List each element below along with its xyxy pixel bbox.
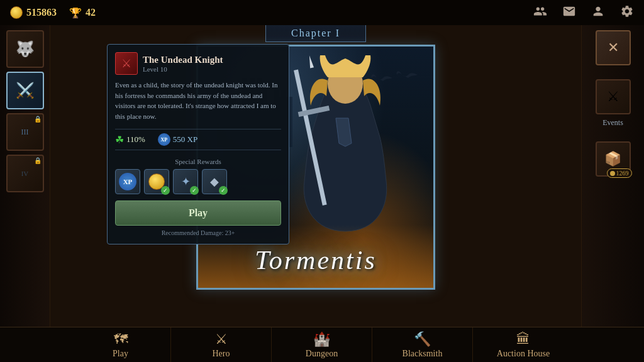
nav-auction-label: Auction House xyxy=(497,349,550,359)
mission-title-group: The Undead Knight Level 10 xyxy=(143,55,223,73)
reward-xp-icon: XP xyxy=(119,173,136,190)
chest-button[interactable]: 📦 1269 xyxy=(596,141,631,177)
nav-hero[interactable]: ⚔ Hero xyxy=(171,327,272,362)
rewards-label: Special Rewards xyxy=(115,158,281,165)
level-2-icon: ⚔️ xyxy=(16,82,35,99)
lock-icon-3: 🔒 xyxy=(34,116,42,123)
sword-crossed-icon: ⚔ xyxy=(607,89,619,105)
chest-coin-icon xyxy=(610,171,615,176)
mission-panel: ⚔ The Undead Knight Level 10 Even as a c… xyxy=(107,44,289,244)
chapter-header: Chapter I xyxy=(265,25,366,42)
play-mission-button[interactable]: Play xyxy=(115,200,281,226)
right-panel: ✕ ⚔ Events 📦 1269 xyxy=(581,25,644,327)
top-icons xyxy=(533,4,634,21)
mission-description: Even as a child, the story of the undead… xyxy=(115,80,281,121)
person-icon[interactable] xyxy=(591,4,605,21)
close-icon: ✕ xyxy=(608,40,619,56)
nav-dungeon-label: Dungeon xyxy=(306,349,338,359)
recommended-damage: Recommended Damage: 23+ xyxy=(115,229,281,236)
gold-display: 515863 xyxy=(10,6,57,19)
luck-value: 110% xyxy=(126,134,145,145)
currency-group: 515863 🏆 42 xyxy=(10,6,533,19)
svg-marker-3 xyxy=(308,55,314,68)
top-bar: 515863 🏆 42 xyxy=(0,0,644,25)
reward-check-3: ✓ xyxy=(219,186,228,195)
mail-icon[interactable] xyxy=(562,4,576,21)
group-icon[interactable] xyxy=(533,4,547,21)
mission-name: The Undead Knight xyxy=(143,55,223,65)
game-title: Tormentis xyxy=(198,245,433,275)
nav-dungeon[interactable]: 🏰 Dungeon xyxy=(272,327,372,362)
level-btn-2[interactable]: ⚔️ xyxy=(6,72,44,109)
reward-3-icon: ✦ xyxy=(181,175,191,189)
bottom-nav: 🗺 Play ⚔ Hero 🏰 Dungeon 🔨 Blacksmith 🏛 A… xyxy=(0,327,644,362)
events-label: Events xyxy=(602,118,623,128)
level-btn-4[interactable]: IV 🔒 xyxy=(6,155,44,192)
reward-item-xp: XP xyxy=(115,169,140,194)
level-3-icon: III xyxy=(21,128,29,137)
events-button[interactable]: ⚔ xyxy=(596,79,631,114)
reward-item-3: ✦ ✓ xyxy=(173,169,198,194)
reward-check-1: ✓ xyxy=(161,186,170,195)
level-4-icon: IV xyxy=(21,170,29,177)
chest-count: 1269 xyxy=(607,168,632,178)
level-btn-3[interactable]: III 🔒 xyxy=(6,113,44,151)
reward-check-2: ✓ xyxy=(190,186,199,195)
mission-level: Level 10 xyxy=(143,65,223,73)
trophy-count: 42 xyxy=(86,7,96,18)
xp-icon: XP xyxy=(158,133,170,146)
mission-icon-symbol: ⚔ xyxy=(121,57,131,70)
close-button[interactable]: ✕ xyxy=(596,30,631,65)
xp-stat: XP 550 XP xyxy=(158,133,197,146)
bats xyxy=(370,65,421,90)
nav-play-icon: 🗺 xyxy=(114,331,128,348)
chest-amount: 1269 xyxy=(616,170,629,177)
rewards-grid: XP ✓ ✦ ✓ ◆ ✓ xyxy=(115,169,281,194)
nav-play-label: Play xyxy=(113,349,128,359)
mission-icon: ⚔ xyxy=(115,52,138,75)
clover-icon: ☘ xyxy=(115,134,124,146)
gear-icon[interactable] xyxy=(620,4,634,21)
nav-play[interactable]: 🗺 Play xyxy=(70,327,171,362)
reward-item-coin: ✓ xyxy=(144,169,169,194)
rewards-section: Special Rewards XP ✓ ✦ ✓ ◆ ✓ xyxy=(115,158,281,194)
gold-amount: 515863 xyxy=(26,7,57,18)
gold-icon xyxy=(10,6,23,19)
nav-dungeon-icon: 🏰 xyxy=(313,331,330,348)
main-area: 🐺 ⚔️ III 🔒 IV 🔒 Chapter I ⚔ The Undead K… xyxy=(0,25,644,327)
nav-blacksmith[interactable]: 🔨 Blacksmith xyxy=(372,327,473,362)
nav-blacksmith-label: Blacksmith xyxy=(402,349,443,359)
nav-auction-icon: 🏛 xyxy=(516,331,530,348)
nav-hero-label: Hero xyxy=(213,349,230,359)
level-btn-1[interactable]: 🐺 xyxy=(6,30,44,68)
nav-hero-icon: ⚔ xyxy=(215,331,228,348)
mission-header: ⚔ The Undead Knight Level 10 xyxy=(115,52,281,75)
left-panel: 🐺 ⚔️ III 🔒 IV 🔒 xyxy=(0,25,50,327)
reward-4-icon: ◆ xyxy=(210,175,219,189)
chest-icon: 📦 xyxy=(604,151,621,167)
nav-auction-house[interactable]: 🏛 Auction House xyxy=(473,327,574,362)
luck-stat: ☘ 110% xyxy=(115,134,145,146)
reward-item-4: ◆ ✓ xyxy=(202,169,227,194)
chapter-title: Chapter I xyxy=(291,28,340,38)
nav-blacksmith-icon: 🔨 xyxy=(414,331,431,348)
trophy-icon: 🏆 xyxy=(69,7,82,19)
trophy-display: 🏆 42 xyxy=(69,7,96,19)
xp-value: 550 XP xyxy=(173,134,197,145)
lock-icon-4: 🔒 xyxy=(34,157,42,164)
mission-stats: ☘ 110% XP 550 XP xyxy=(115,129,281,150)
level-1-icon: 🐺 xyxy=(16,40,35,58)
center-area: Chapter I ⚔ The Undead Knight Level 10 E… xyxy=(50,25,581,327)
